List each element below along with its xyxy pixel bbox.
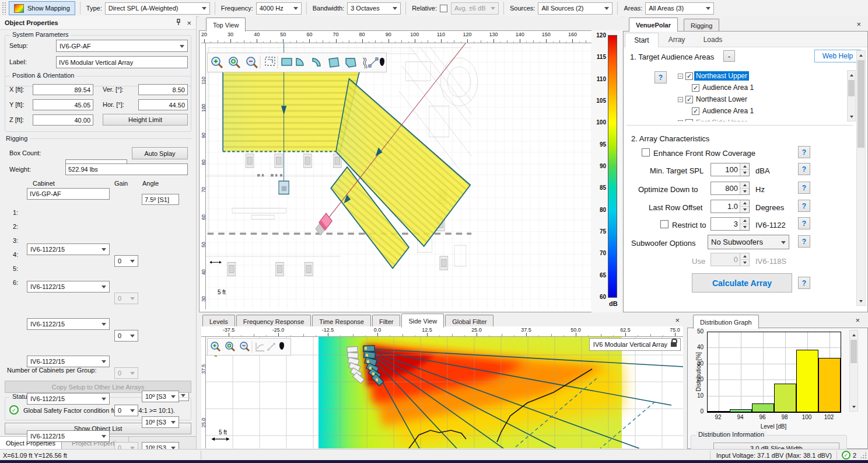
tab-distribution-graph[interactable]: Distribution Graph (693, 315, 759, 329)
help-offset-button[interactable]: ? (798, 200, 810, 212)
tab-frequency-response[interactable]: Frequency Response (236, 315, 312, 328)
tree-item-label[interactable]: Audience Area 1 (701, 106, 755, 116)
areas-dropdown[interactable]: All Areas (3) (645, 2, 714, 15)
sources-dropdown[interactable]: All Sources (2) (538, 2, 612, 15)
tab-time-response[interactable]: Time Response (312, 315, 371, 328)
tab-top-view[interactable]: Top View (206, 18, 246, 32)
calculate-array-button[interactable]: Calculate Array (692, 273, 792, 293)
tree-checkbox[interactable]: ✓ (692, 107, 699, 115)
subwoofer-dropdown[interactable]: No Subwoofers (708, 235, 789, 249)
help-subwoofer-button[interactable]: ? (798, 235, 810, 248)
pin-icon[interactable] (175, 19, 182, 27)
line-tool-icon[interactable] (369, 58, 378, 67)
web-help-button[interactable]: Web Help (814, 50, 861, 62)
tree-checkbox[interactable]: ✓ (692, 84, 699, 92)
venuepolar-close-icon[interactable]: × (856, 20, 861, 29)
help-restrict-button[interactable]: ? (798, 217, 810, 229)
tree-item[interactable]: −✓Northeast Upper (677, 70, 846, 82)
tab-start[interactable]: Start (625, 33, 659, 47)
draw-polygon-area-icon[interactable] (346, 58, 356, 67)
close-icon[interactable]: × (187, 19, 191, 27)
type-dropdown[interactable]: Direct SPL (A-Weighted) (105, 2, 210, 15)
zoom-in-icon[interactable] (212, 57, 222, 68)
toolbar-grip[interactable] (2, 2, 6, 15)
cabinet-model-dropdown[interactable]: IV6-1122/15 (27, 243, 110, 255)
offset-spinner[interactable]: 1.0 (710, 200, 750, 213)
tree-scrollbar[interactable] (847, 70, 856, 121)
help-minspl-button[interactable]: ? (798, 163, 810, 175)
tree-checkbox[interactable]: ✓ (685, 96, 693, 103)
tree-checkbox[interactable] (685, 119, 693, 122)
tab-venuepolar[interactable]: VenuePolar (629, 18, 678, 32)
tree-item[interactable]: −✓Northeast Lower (677, 93, 846, 105)
hor-input[interactable]: 44.50 (138, 99, 188, 110)
cabinet-model-dropdown[interactable]: IV6-1122/15 (27, 430, 110, 442)
draw-quarter-area-icon[interactable] (296, 58, 303, 65)
help-enhance-button[interactable]: ? (798, 146, 810, 158)
relative-checkbox[interactable] (440, 5, 447, 12)
height-limit-button[interactable]: Height Limit (103, 114, 188, 126)
tree-item-label[interactable]: East Side Upper (694, 118, 748, 121)
tree-item-label[interactable]: Northeast Upper (694, 71, 749, 81)
z-input[interactable]: 40.00 (33, 114, 93, 126)
distribution-close-icon[interactable]: × (855, 316, 860, 325)
help-calculate-button[interactable]: ? (798, 277, 810, 289)
help-optimize-button[interactable]: ? (798, 182, 810, 194)
speaker-secondary[interactable] (279, 181, 289, 194)
tree-item[interactable]: −East Side Upper (677, 117, 846, 121)
tree-item-label[interactable]: Northeast Lower (694, 95, 749, 104)
cabinet-model-dropdown[interactable]: IV6-1122/15 (27, 281, 110, 293)
optimize-spinner[interactable]: 800 (710, 182, 750, 195)
distribution-scrollbar[interactable] (849, 330, 858, 412)
label-input[interactable]: IV6 Modular Vertical Array (56, 56, 188, 68)
side-view-canvas[interactable]: 5 ft IV6 Modular Vertical Array (206, 337, 683, 448)
cabinet-gain-dropdown[interactable]: 0 (114, 330, 138, 342)
array-name-box[interactable]: IV6 Modular Vertical Array (589, 338, 681, 351)
cabinet-model-dropdown[interactable]: IV6-1122/15 (27, 318, 110, 330)
tree-item[interactable]: ✓Audience Area 1 (677, 105, 846, 117)
show-mapping-button[interactable]: Show Mapping (9, 1, 75, 15)
sv-zoom-reset-icon[interactable] (226, 342, 235, 351)
zoom-out-icon[interactable] (247, 57, 257, 68)
tree-expander-icon[interactable]: − (678, 120, 683, 122)
splay-angle-dropdown[interactable]: 10º [S3 (142, 391, 179, 402)
top-view-canvas[interactable]: 5 ft (206, 43, 607, 309)
speaker-tool-icon[interactable] (380, 58, 384, 66)
tree-expander-icon[interactable]: − (678, 97, 683, 102)
frame-cabinet-field[interactable]: IV6-GP-AF (27, 188, 110, 200)
sv-speaker-tool-icon[interactable] (279, 342, 284, 350)
tab-rigging[interactable]: Rigging (684, 19, 719, 32)
venuepolar-scrollbar[interactable] (856, 50, 866, 306)
sv-zoom-out-icon[interactable] (240, 342, 249, 351)
resize-grip[interactable] (860, 452, 867, 459)
setup-dropdown[interactable]: IV6-GP-AF (56, 40, 188, 52)
tab-array[interactable]: Array (659, 33, 695, 47)
restrict-spinner[interactable]: 3 (710, 217, 750, 231)
frequency-dropdown[interactable]: 4000 Hz (256, 2, 302, 15)
tab-levels[interactable]: Levels (202, 315, 235, 328)
tree-checkbox[interactable]: ✓ (685, 72, 693, 80)
cabinet-model-dropdown[interactable]: IV6-1122/15 (27, 393, 110, 405)
cabinet-model-dropdown[interactable]: IV6-1122/15 (27, 356, 110, 367)
bandwidth-dropdown[interactable]: 3 Octaves (347, 2, 401, 15)
tab-loads[interactable]: Loads (696, 33, 730, 47)
cabinet-gain-dropdown[interactable]: 0 (114, 255, 138, 267)
tab-filter[interactable]: Filter (372, 315, 400, 328)
draw-rectangle-area-icon[interactable] (282, 58, 292, 65)
array-tool-icon[interactable] (363, 58, 367, 68)
enhance-checkbox[interactable] (642, 148, 650, 156)
cabinet-gain-dropdown[interactable]: 0 (114, 405, 138, 416)
ver-input[interactable]: 8.50 (138, 84, 188, 95)
auto-splay-button[interactable]: Auto Splay (132, 147, 188, 159)
x-input[interactable]: 89.54 (33, 84, 93, 95)
zoom-window-icon[interactable] (265, 57, 275, 65)
tree-item[interactable]: ✓Audience Area 1 (677, 82, 846, 93)
sv-zoom-in-icon[interactable] (211, 342, 220, 351)
min-spl-spinner[interactable]: 100 (710, 163, 750, 176)
tab-side-view[interactable]: Side View (401, 314, 444, 328)
splay-angle-dropdown[interactable]: 10º [S3 (142, 416, 179, 428)
draw-skewed-area-icon[interactable] (329, 58, 339, 67)
status-ok-icon[interactable]: ✓ (842, 451, 850, 459)
restrict-checkbox[interactable] (660, 220, 668, 228)
help-areas-button[interactable]: ? (654, 71, 667, 83)
